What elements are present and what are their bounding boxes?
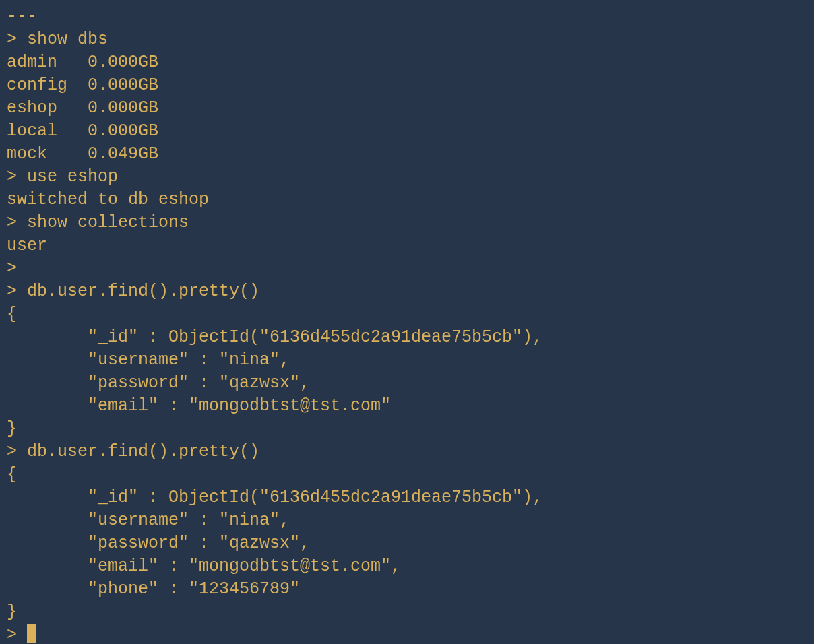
output-line: "phone" : "123456789"	[7, 578, 807, 601]
command-line: > show dbs	[7, 28, 807, 51]
output-line: "username" : "nina",	[7, 509, 807, 532]
output-line: local 0.000GB	[7, 120, 807, 143]
output-line: "_id" : ObjectId("6136d455dc2a91deae75b5…	[7, 326, 807, 349]
cursor-block	[27, 624, 36, 643]
terminal-output[interactable]: ---> show dbsadmin 0.000GBconfig 0.000GB…	[7, 5, 807, 624]
output-line: eshop 0.000GB	[7, 97, 807, 120]
output-line: "password" : "qazwsx",	[7, 532, 807, 555]
command-line: > use eshop	[7, 166, 807, 189]
command-line: > show collections	[7, 212, 807, 234]
output-line: }	[7, 418, 807, 441]
command-line: >	[7, 257, 807, 280]
output-line: "_id" : ObjectId("6136d455dc2a91deae75b5…	[7, 486, 807, 509]
prompt-symbol: >	[7, 625, 27, 644]
command-line: > db.user.find().pretty()	[7, 280, 807, 303]
output-line: }	[7, 601, 807, 624]
output-line: user	[7, 234, 807, 257]
output-line: admin 0.000GB	[7, 51, 807, 74]
output-line: "username" : "nina",	[7, 349, 807, 372]
output-line: config 0.000GB	[7, 74, 807, 97]
output-line: mock 0.049GB	[7, 143, 807, 166]
output-line: "email" : "mongodbtst@tst.com"	[7, 395, 807, 418]
output-line: "password" : "qazwsx",	[7, 372, 807, 395]
output-line: switched to db eshop	[7, 189, 807, 212]
output-line: {	[7, 463, 807, 486]
output-line: ---	[7, 5, 807, 28]
output-line: {	[7, 303, 807, 326]
command-line: > db.user.find().pretty()	[7, 441, 807, 463]
output-line: "email" : "mongodbtst@tst.com",	[7, 555, 807, 578]
prompt-line[interactable]: >	[7, 624, 807, 644]
